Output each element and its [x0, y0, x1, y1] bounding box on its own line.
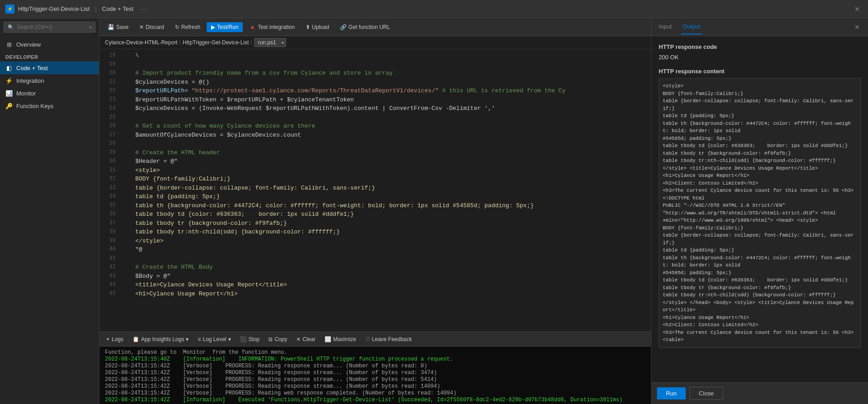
copy-button[interactable]: ⧉ Copy — [265, 335, 291, 344]
code-line: 35 table th {background-color: #4472C4; … — [99, 201, 651, 210]
sidebar-item-integration[interactable]: ⚡ Integration — [0, 74, 99, 87]
line-number: 25 — [99, 113, 121, 122]
sidebar-item-monitor[interactable]: 📊 Monitor — [0, 87, 99, 100]
test-integration-button[interactable]: 🔺 Test integration — [245, 22, 299, 32]
clear-button[interactable]: ✕ Clear — [292, 335, 319, 344]
right-panel-close-button[interactable]: ✕ — [852, 22, 863, 33]
app-insights-button[interactable]: 📋 App Insights Logs ▾ — [129, 335, 192, 344]
line-content: # Get a count of how many Cylance device… — [121, 122, 651, 131]
code-line: 43 $Body = @" — [99, 272, 651, 281]
sidebar-item-code-test[interactable]: ◧ Code + Test — [0, 62, 99, 74]
breadcrumb-file-select-wrap[interactable]: run.ps1 ▾ — [254, 38, 286, 47]
logs-chevron-icon: ▾ — [107, 337, 109, 342]
test-run-button[interactable]: ▶ Test/Run — [207, 22, 243, 32]
line-number: 34 — [99, 192, 121, 201]
line-content: # Import product friendly name from a cs… — [121, 69, 651, 78]
line-number: 24 — [99, 104, 121, 113]
line-content: table td {padding: 5px;} — [121, 192, 651, 201]
maximize-button[interactable]: ⬜ Maximize — [321, 335, 360, 344]
tab-output[interactable]: Output — [681, 19, 702, 34]
http-response-content: <style> BODY {font-family:Calibri;} tabl… — [659, 78, 861, 348]
log-level-button[interactable]: ≡ Log Level ▾ — [194, 335, 234, 344]
log-line: 2022-08-24T13:15:42Z [Information] Execu… — [105, 397, 646, 403]
line-content — [121, 60, 651, 69]
line-content: <style> — [121, 166, 651, 175]
code-line: 44 <title>Cylance Devices Usage Report</… — [99, 280, 651, 290]
logs-label: Logs — [112, 336, 123, 342]
title-sep: | — [95, 6, 96, 12]
logs-expand-button[interactable]: ▾ Logs — [103, 335, 127, 344]
upload-button[interactable]: ⬆ Upload — [301, 22, 334, 32]
line-content: <title>Cylance Devices Usage Report</tit… — [121, 280, 651, 290]
breadcrumb-file-select[interactable]: run.ps1 — [254, 38, 286, 47]
line-content: $reportURLPathWithToken = $reportURLPath… — [121, 95, 651, 105]
code-line: 19 — [99, 60, 651, 69]
log-line: 2022-08-24T13:15:42Z [Verbose] PROGRESS:… — [105, 370, 646, 376]
save-button[interactable]: 💾 Save — [103, 22, 133, 32]
breadcrumb: Cylance-Device-HTML-Report \ HttpTrigger… — [99, 36, 651, 49]
line-content — [121, 113, 651, 122]
logs-panel: ▾ Logs 📋 App Insights Logs ▾ ≡ Log Level… — [99, 332, 651, 404]
code-line: 26 # Get a count of how many Cylance dev… — [99, 122, 651, 131]
get-function-url-button[interactable]: 🔗 Get function URL — [335, 22, 395, 32]
stop-button[interactable]: ⬛ Stop — [236, 335, 264, 344]
title-dots[interactable]: ··· — [141, 6, 145, 12]
code-editor[interactable]: 18 \1920 # Import product friendly name … — [99, 49, 651, 332]
log-line: 2022-08-24T13:15:42Z [Verbose] PROGRESS:… — [105, 363, 646, 369]
line-number: 23 — [99, 95, 121, 105]
code-line: 39 </style> — [99, 237, 651, 246]
tab-input[interactable]: Input — [657, 19, 674, 34]
line-number: 29 — [99, 148, 121, 157]
sidebar-item-label-monitor: Monitor — [16, 90, 36, 97]
leave-feedback-button[interactable]: ♡ Leave Feedback — [362, 335, 416, 344]
search-input[interactable] — [17, 24, 85, 30]
maximize-icon: ⬜ — [325, 336, 331, 342]
line-number: 35 — [99, 201, 121, 210]
app-subtitle: Code + Test — [102, 5, 134, 12]
search-icon: 🔍 — [8, 24, 14, 30]
log-line: 2022-08-24T13:15:42Z [Verbose] PROGRESS:… — [105, 390, 646, 396]
breadcrumb-sep1: \ — [179, 39, 181, 46]
line-number: 18 — [99, 51, 121, 60]
log-line: 2022-08-24T13:15:42Z [Verbose] PROGRESS:… — [105, 383, 646, 390]
right-panel-body: HTTP response code 200 OK HTTP response … — [651, 36, 868, 382]
test-integration-icon: 🔺 — [249, 24, 256, 30]
line-number: 28 — [99, 139, 121, 148]
line-content: table {border-collapse: collapse; font-f… — [121, 184, 651, 193]
close-button[interactable]: Close — [689, 387, 723, 400]
save-icon: 💾 — [108, 24, 114, 30]
test-run-icon: ▶ — [211, 24, 215, 30]
line-number: 40 — [99, 245, 121, 254]
collapse-icon[interactable]: « — [89, 24, 92, 30]
line-content: $amountOfCylanceDevices = $cylanceDevice… — [121, 131, 651, 140]
sidebar-item-function-keys[interactable]: 🔑 Function Keys — [0, 100, 99, 112]
http-response-code-label: HTTP response code — [659, 43, 861, 50]
integration-icon: ⚡ — [5, 77, 13, 84]
sidebar-item-label-function-keys: Function Keys — [16, 103, 53, 109]
sidebar-item-overview[interactable]: ⊞ Overview — [0, 38, 99, 51]
sidebar: 🔍 « ⊞ Overview Developer ◧ Code + Test ⚡… — [0, 18, 99, 404]
run-button[interactable]: Run — [657, 387, 686, 399]
code-line: 38 table tbody tr:nth-child(odd) {backgr… — [99, 228, 651, 237]
code-line: 41 — [99, 254, 651, 263]
line-number: 30 — [99, 157, 121, 166]
code-line: 30 $Header = @" — [99, 157, 651, 166]
code-line: 25 — [99, 113, 651, 122]
code-line: 42 # Create the HTML Body — [99, 263, 651, 272]
line-number: 32 — [99, 175, 121, 184]
line-content: $cylanceDevices = @() — [121, 78, 651, 87]
window-close-button[interactable]: ✕ — [852, 4, 863, 14]
upload-icon: ⬆ — [306, 24, 310, 30]
sidebar-search-container[interactable]: 🔍 « — [4, 22, 95, 33]
line-number: 19 — [99, 60, 121, 69]
discard-button[interactable]: ✕ Discard — [135, 22, 169, 32]
line-content: <h1>Cylance Usage Report</h1> — [121, 290, 651, 299]
monitor-icon: 📊 — [5, 90, 13, 97]
overview-icon: ⊞ — [5, 41, 13, 48]
app-icon: ⚡ — [5, 5, 14, 14]
line-number: 21 — [99, 78, 121, 87]
function-keys-icon: 🔑 — [5, 102, 13, 109]
log-level-icon: ≡ — [198, 336, 201, 342]
refresh-button[interactable]: ↻ Refresh — [170, 22, 205, 32]
code-line: 21 $cylanceDevices = @() — [99, 78, 651, 87]
